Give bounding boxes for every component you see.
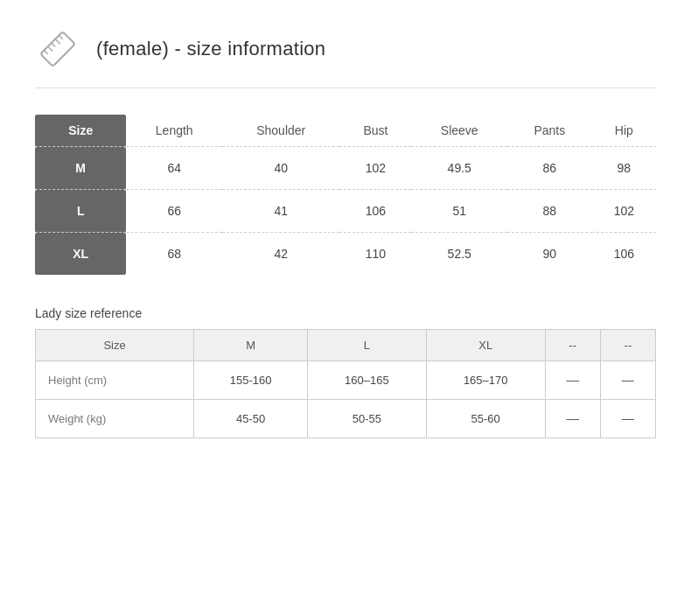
row-length-xl: 68	[126, 233, 222, 276]
table-row: M 64 40 102 49.5 86 98	[35, 147, 656, 190]
svg-line-2	[48, 46, 53, 52]
svg-rect-0	[40, 32, 75, 66]
row-hip-l: 102	[592, 190, 656, 233]
ref-weight-xl: 55-60	[426, 400, 545, 438]
svg-line-1	[44, 50, 47, 53]
svg-line-4	[55, 39, 60, 45]
row-pants-l: 88	[507, 190, 592, 233]
row-pants-xl: 90	[507, 233, 592, 276]
svg-line-3	[52, 43, 55, 46]
col-header-size: Size	[35, 115, 126, 147]
ref-col-xl: XL	[426, 330, 545, 361]
row-shoulder-l: 41	[222, 190, 339, 233]
ref-height-col5: ––	[600, 361, 655, 400]
ref-weight-col4: ––	[545, 400, 600, 438]
size-table-section: Size Length Shoulder Bust Sleeve Pants H…	[35, 115, 656, 275]
table-row: L 66 41 106 51 88 102	[35, 190, 656, 233]
ruler-icon	[35, 26, 80, 72]
col-header-pants: Pants	[507, 115, 592, 147]
ref-label-height: Height (cm)	[36, 361, 194, 400]
col-header-hip: Hip	[592, 115, 656, 147]
ref-col-m: M	[194, 330, 308, 361]
ref-col-l: L	[308, 330, 427, 361]
ref-height-xl: 165–170	[426, 361, 545, 400]
row-shoulder-xl: 42	[222, 233, 339, 276]
ref-weight-l: 50-55	[308, 400, 427, 438]
reference-section: Lady size reference Size M L XL -- -- He…	[35, 306, 656, 438]
row-bust-l: 106	[339, 190, 411, 233]
table-row: XL 68 42 110 52.5 90 106	[35, 233, 656, 276]
row-size-m: M	[35, 147, 126, 190]
ref-label-weight: Weight (kg)	[36, 400, 194, 438]
table-header-row: Size Length Shoulder Bust Sleeve Pants H…	[35, 115, 656, 147]
row-sleeve-m: 49.5	[411, 147, 507, 190]
ref-header-row: Size M L XL -- --	[36, 330, 656, 361]
ref-col-4: --	[545, 330, 600, 361]
page-container: (female) - size information Size Length …	[0, 0, 691, 465]
header: (female) - size information	[35, 26, 656, 88]
col-header-bust: Bust	[339, 115, 411, 147]
row-hip-xl: 106	[592, 233, 656, 276]
row-hip-m: 98	[592, 147, 656, 190]
ref-weight-col5: ––	[600, 400, 655, 438]
col-header-shoulder: Shoulder	[222, 115, 339, 147]
row-size-l: L	[35, 190, 126, 233]
row-bust-m: 102	[339, 147, 411, 190]
reference-table: Size M L XL -- -- Height (cm) 155-160 16…	[35, 329, 656, 438]
ref-height-m: 155-160	[194, 361, 308, 400]
ref-height-l: 160–165	[308, 361, 427, 400]
page-title: (female) - size information	[96, 38, 325, 60]
size-table: Size Length Shoulder Bust Sleeve Pants H…	[35, 115, 656, 275]
col-header-length: Length	[126, 115, 222, 147]
row-size-xl: XL	[35, 233, 126, 276]
ref-weight-m: 45-50	[194, 400, 308, 438]
row-length-m: 64	[126, 147, 222, 190]
row-pants-m: 86	[507, 147, 592, 190]
row-bust-xl: 110	[339, 233, 411, 276]
row-shoulder-m: 40	[222, 147, 339, 190]
svg-line-5	[59, 35, 62, 38]
row-sleeve-xl: 52.5	[411, 233, 507, 276]
row-sleeve-l: 51	[411, 190, 507, 233]
ref-table-row: Weight (kg) 45-50 50-55 55-60 –– ––	[36, 400, 656, 438]
ref-col-size: Size	[36, 330, 194, 361]
col-header-sleeve: Sleeve	[411, 115, 507, 147]
ref-col-5: --	[600, 330, 655, 361]
ref-height-col4: ––	[545, 361, 600, 400]
row-length-l: 66	[126, 190, 222, 233]
ref-table-row: Height (cm) 155-160 160–165 165–170 –– –…	[36, 361, 656, 400]
reference-title: Lady size reference	[35, 306, 656, 320]
